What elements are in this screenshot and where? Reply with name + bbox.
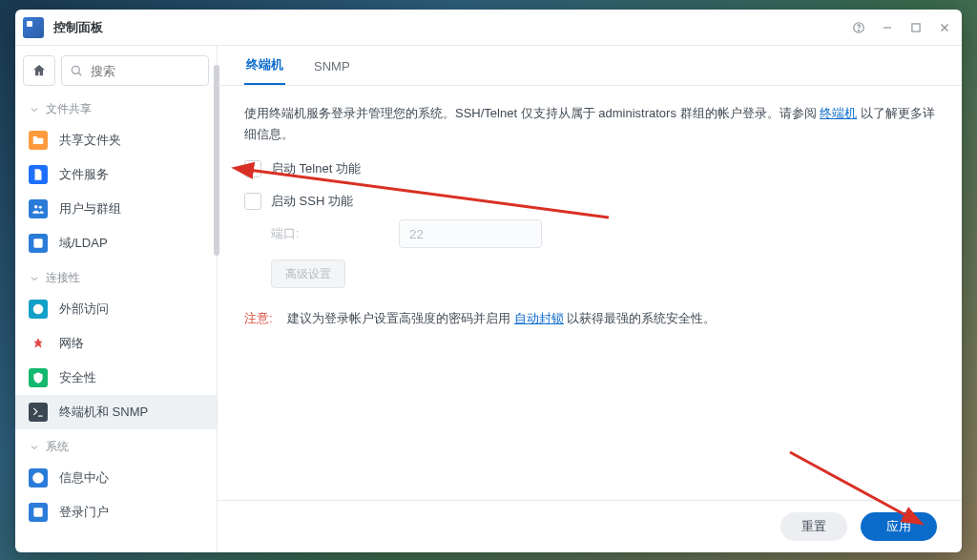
svg-point-9 [39,206,42,209]
help-icon[interactable] [851,20,866,35]
intro-text: 使用终端机服务登录并管理您的系统。SSH/Telnet 仅支持从属于 admin… [244,103,935,145]
sidebar-item-label: 终端机和 SNMP [59,404,148,421]
maximize-icon[interactable] [908,20,924,35]
group-system[interactable]: 系统 [15,429,217,461]
sidebar-item-label: 外部访问 [59,301,109,318]
telnet-checkbox[interactable] [244,160,261,177]
main-panel: 终端机 SNMP 使用终端机服务登录并管理您的系统。SSH/Telnet 仅支持… [218,46,962,552]
file-icon [29,165,48,184]
network-icon [29,334,48,353]
group-fileshare[interactable]: 文件共享 [15,92,217,123]
tab-snmp[interactable]: SNMP [312,50,352,85]
group-connect-label: 连接性 [46,270,80,286]
search-icon [69,63,84,81]
ssh-option: 启动 SSH 功能 [244,193,935,210]
footer: 重置 应用 [218,500,962,552]
autoblock-link[interactable]: 自动封锁 [514,311,564,325]
close-icon[interactable] [937,20,952,35]
sidebar-item-label: 共享文件夹 [59,132,121,149]
group-system-label: 系统 [46,439,69,455]
app-icon [23,17,44,38]
ldap-icon [29,234,48,253]
shield-icon [29,368,48,387]
sidebar-item-label: 登录门户 [59,504,109,521]
group-connect[interactable]: 连接性 [15,260,217,292]
terminal-help-link[interactable]: 终端机 [820,106,857,120]
content: 使用终端机服务登录并管理您的系统。SSH/Telnet 仅支持从属于 admin… [218,86,962,500]
users-icon [29,199,48,218]
control-panel-window: 控制面板 [15,10,962,552]
titlebar: 控制面板 [15,10,962,46]
window-controls [851,20,952,35]
sidebar-item-label: 域/LDAP [59,235,108,252]
login-icon [29,503,48,522]
svg-rect-10 [33,239,42,247]
sidebar: 文件共享 共享文件夹 文件服务 用户与群组 域/LDAP [15,46,218,552]
advanced-settings-button[interactable]: 高级设置 [271,259,345,288]
nav-list: 文件共享 共享文件夹 文件服务 用户与群组 域/LDAP [15,92,217,529]
sidebar-item-label: 网络 [59,335,84,352]
port-input[interactable] [399,219,542,248]
svg-rect-14 [33,508,42,516]
ssh-subsettings: 端口: 高级设置 [271,219,935,288]
note-text: 注意: 建议为登录帐户设置高强度的密码并启用 自动封锁 以获得最强的系统安全性。 [244,309,935,329]
tab-terminal[interactable]: 终端机 [244,47,285,85]
sidebar-item-label: 文件服务 [59,166,109,183]
svg-line-7 [78,73,81,75]
svg-point-1 [859,30,860,31]
group-fileshare-label: 文件共享 [46,101,92,117]
svg-point-8 [34,205,38,209]
sidebar-item-label: 用户与群组 [59,200,121,218]
svg-rect-3 [912,23,920,31]
home-button[interactable] [23,55,55,86]
telnet-option: 启动 Telnet 功能 [244,160,935,177]
sidebar-item-label: 信息中心 [59,469,109,487]
sidebar-item-terminal[interactable]: 终端机和 SNMP [15,395,217,429]
sidebar-item-label: 安全性 [59,369,96,386]
terminal-icon [29,403,48,422]
sidebar-item-shared-folder[interactable]: 共享文件夹 [15,123,217,157]
telnet-label: 启动 Telnet 功能 [271,160,361,177]
globe-icon [29,300,48,319]
intro-pre: 使用终端机服务登录并管理您的系统。SSH/Telnet 仅支持从属于 admin… [244,106,820,120]
sidebar-item-file-service[interactable]: 文件服务 [15,157,217,192]
ssh-label: 启动 SSH 功能 [271,193,353,210]
sidebar-item-ldap[interactable]: 域/LDAP [15,226,217,260]
note-label: 注意: [244,311,273,325]
note-post: 以获得最强的系统安全性。 [564,311,717,325]
sidebar-item-external[interactable]: 外部访问 [15,292,217,326]
apply-button[interactable]: 应用 [861,512,937,541]
svg-point-6 [72,66,79,73]
sidebar-item-login-portal[interactable]: 登录门户 [15,495,217,529]
folder-icon [29,131,48,150]
sidebar-item-info[interactable]: 信息中心 [15,461,217,495]
svg-point-13 [32,472,44,484]
minimize-icon[interactable] [880,20,895,35]
window-title: 控制面板 [53,19,103,36]
svg-point-11 [33,304,44,315]
port-label: 端口: [271,225,385,242]
sidebar-item-security[interactable]: 安全性 [15,361,217,395]
info-icon [29,468,48,487]
sidebar-item-users[interactable]: 用户与群组 [15,192,217,226]
note-pre: 建议为登录帐户设置高强度的密码并启用 [287,311,514,325]
reset-button[interactable]: 重置 [780,512,847,541]
tabs: 终端机 SNMP [218,46,962,86]
sidebar-item-network[interactable]: 网络 [15,326,217,361]
ssh-checkbox[interactable] [244,193,261,210]
